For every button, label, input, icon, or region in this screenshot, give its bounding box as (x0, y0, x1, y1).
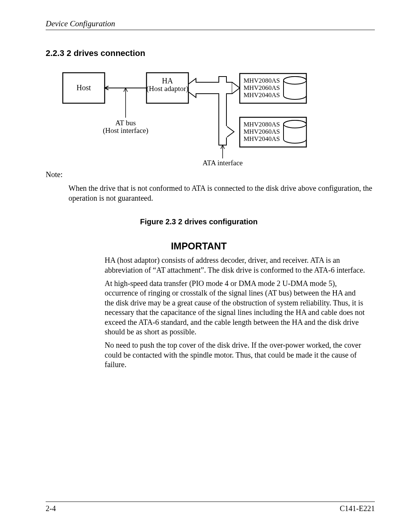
drive1-model2: MHV2060AS (244, 84, 280, 91)
disk-icon (284, 77, 306, 99)
diagram-ha-line1: HA (162, 77, 173, 85)
note-label: Note: (46, 170, 375, 179)
drive2-model3: MHV2040AS (244, 135, 280, 142)
figure-caption: Figure 2.3 2 drives configuration (46, 217, 352, 226)
note-body: When the drive that is not conformed to … (68, 184, 375, 203)
diagram-2-drives: Host HA (Host adaptor) AT bus (Host inte… (46, 69, 373, 168)
drive1-model1: MHV2080AS (244, 77, 280, 84)
page: Device Configuration 2.2.3 2 drives conn… (0, 0, 411, 532)
svg-point-8 (284, 77, 306, 84)
drive2-model2: MHV2060AS (244, 128, 280, 135)
diagram-atbus-line1: AT bus (115, 119, 136, 127)
diagram-ha-line2: (Host adaptor) (147, 85, 188, 93)
svg-point-11 (284, 120, 306, 128)
disk-icon (284, 120, 306, 143)
section-heading: 2.2.3 2 drives connection (46, 48, 375, 58)
drive2-model1: MHV2080AS (244, 121, 280, 128)
page-footer: 2-4 C141-E221 (46, 502, 375, 513)
running-header: Device Configuration (46, 19, 375, 30)
important-p1: HA (host adaptor) consists of address de… (105, 256, 365, 275)
important-body: HA (host adaptor) consists of address de… (105, 256, 365, 369)
diagram-atbus-line2: (Host interface) (103, 126, 148, 135)
drive1-model3: MHV2040AS (244, 91, 280, 99)
important-p3: No need to push the top cover of the dis… (105, 340, 365, 369)
diagram-host-label: Host (76, 83, 91, 92)
doc-id: C141-E221 (340, 504, 375, 513)
diagram-ata-interface: ATA interface (202, 159, 243, 167)
important-p2: At high-speed data transfer (PIO mode 4 … (105, 279, 365, 337)
page-number: 2-4 (46, 504, 56, 513)
important-heading: IMPORTANT (46, 241, 352, 252)
